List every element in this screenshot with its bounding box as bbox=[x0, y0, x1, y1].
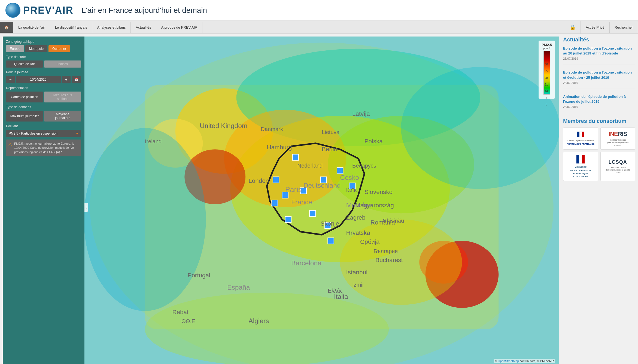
cartes-pollution-button[interactable]: Cartes de pollution bbox=[6, 92, 43, 102]
news-title-1[interactable]: Episode de pollution à l'ozone : situati… bbox=[563, 46, 635, 56]
news-item-1: Episode de pollution à l'ozone : situati… bbox=[563, 46, 635, 65]
svg-text:Србија: Србија bbox=[360, 238, 380, 245]
openstreetmap-link[interactable]: OpenStreetMap bbox=[498, 359, 519, 363]
svg-text:Lietuva: Lietuva bbox=[322, 129, 340, 135]
svg-text:Ελλάς: Ελλάς bbox=[328, 288, 343, 294]
date-calendar-button[interactable]: 📅 bbox=[72, 76, 81, 83]
svg-rect-25 bbox=[285, 216, 291, 222]
header: PREV'AIR L'air en France aujourd'hui et … bbox=[0, 0, 638, 21]
svg-text:ΘΘ.E: ΘΘ.E bbox=[181, 318, 195, 324]
svg-text:Danmark: Danmark bbox=[261, 126, 283, 132]
zone-geo-title: Zone géographique bbox=[6, 40, 81, 44]
date-plus-button[interactable]: + bbox=[62, 76, 71, 83]
svg-text:Nederland: Nederland bbox=[297, 163, 323, 169]
consortium-title: Membres du consortium bbox=[563, 118, 635, 124]
polluant-select[interactable]: PM2.5 - Particules en suspension PM10 - … bbox=[6, 130, 81, 137]
svg-text:Беларусь: Беларусь bbox=[352, 163, 376, 169]
rf-logo-text: Liberté · Égalité · Fraternité RÉPUBLIQU… bbox=[567, 139, 594, 145]
date-minus-button[interactable]: − bbox=[6, 76, 15, 83]
svg-text:Hrvatska: Hrvatska bbox=[346, 229, 370, 236]
qualite-air-button[interactable]: Qualité de l'air bbox=[6, 60, 43, 68]
max-journalier-button[interactable]: Maximum journalier bbox=[6, 111, 43, 122]
nav-analyses[interactable]: Analyses et bilans bbox=[92, 22, 131, 33]
mesures-stations-button[interactable]: Mesures aux stations bbox=[44, 92, 81, 102]
consortium-logo-ministere: MINISTÈREDE LA TRANSITIONÉCOLOGIQUEET SO… bbox=[563, 152, 598, 181]
news-date-1: 26/07/2019 bbox=[563, 57, 635, 60]
zone-geo-buttons: Europe Métropole Outremer bbox=[6, 45, 81, 52]
svg-text:Algiers: Algiers bbox=[248, 317, 269, 324]
map-toggle-button[interactable]: ‹ bbox=[84, 203, 88, 212]
legend-title: PM2.5 bbox=[541, 43, 553, 47]
svg-text:Latvija: Latvija bbox=[352, 110, 370, 117]
nav-rechercher[interactable]: Rechercher bbox=[610, 22, 638, 33]
type-carte-buttons: Qualité de l'air Indices bbox=[6, 60, 81, 68]
svg-rect-17 bbox=[293, 154, 299, 160]
type-donnees-title: Type de données bbox=[6, 105, 81, 109]
representation-title: Représentation bbox=[6, 86, 81, 90]
map-legend: PM2.5 µg/m³ 60 35 28 21 14 7 0 bbox=[539, 41, 555, 99]
ineris-logo-text: INERIS bbox=[609, 131, 627, 138]
actualites-section: Actualités Episode de pollution à l'ozon… bbox=[563, 37, 635, 113]
map-credit: © OpenStreetMap contributors, © PREV'AIR bbox=[494, 359, 555, 363]
nav-home-button[interactable]: 🏠 bbox=[0, 22, 13, 33]
lcsqa-subtitle: Laboratoire Centralde Surveillance de la… bbox=[606, 166, 630, 174]
consortium-logo-ineris: INERIS maîtriser le risquepour un dévelo… bbox=[600, 128, 636, 150]
warning-text: PM2.5, moyenne journalière, zone Europe,… bbox=[14, 142, 79, 154]
svg-text:Slovensko: Slovensko bbox=[364, 189, 393, 195]
zone-outremer-button[interactable]: Outremer bbox=[48, 45, 70, 52]
logo-globe bbox=[5, 3, 20, 18]
svg-point-15 bbox=[401, 67, 559, 189]
polluant-title: Polluant bbox=[6, 124, 81, 128]
svg-text:United Kingdom: United Kingdom bbox=[200, 122, 247, 129]
svg-text:Bucharest: Bucharest bbox=[375, 257, 403, 263]
nav-acces-prive[interactable]: Accès Privé bbox=[581, 22, 610, 33]
news-item-3: Animation de l'épisode de pollution à l'… bbox=[563, 94, 635, 113]
legend-unit: µg/m³ bbox=[541, 47, 553, 50]
indices-button[interactable]: Indices bbox=[44, 60, 81, 68]
zone-europe-button[interactable]: Europe bbox=[6, 45, 24, 52]
nav-actualites[interactable]: Actualités bbox=[131, 22, 156, 33]
svg-text:България: България bbox=[373, 248, 398, 254]
news-title-2[interactable]: Episode de pollution à l'ozone : situati… bbox=[563, 70, 635, 80]
svg-text:Barcelona: Barcelona bbox=[291, 259, 321, 267]
news-item-2: Episode de pollution à l'ozone : situati… bbox=[563, 70, 635, 89]
nav-apropos[interactable]: A propos de PREV'AIR bbox=[156, 22, 203, 33]
svg-text:Rabat: Rabat bbox=[172, 309, 189, 316]
map-container[interactable]: United Kingdom Ireland Danmark Latvija L… bbox=[84, 37, 559, 364]
svg-text:France: France bbox=[291, 198, 312, 206]
actualites-title: Actualités bbox=[563, 37, 635, 43]
zone-metropole-button[interactable]: Métropole bbox=[25, 45, 47, 52]
logo-text: PREV'AIR bbox=[23, 5, 74, 16]
news-title-3[interactable]: Animation de l'épisode de pollution à l'… bbox=[563, 94, 635, 104]
news-date-2: 25/07/2019 bbox=[563, 81, 635, 84]
nav-qualite-air[interactable]: La qualité de l'air bbox=[13, 22, 50, 33]
type-donnees-buttons: Maximum journalier Moyenne journalière bbox=[6, 111, 81, 122]
svg-text:España: España bbox=[227, 284, 250, 291]
svg-text:Київ: Київ bbox=[346, 187, 357, 193]
ministere-text: MINISTÈREDE LA TRANSITIONÉCOLOGIQUEET SO… bbox=[570, 166, 591, 178]
warning-icon: ⚠ bbox=[8, 142, 12, 147]
moyenne-journaliere-button[interactable]: Moyenne journalière bbox=[44, 111, 81, 122]
consortium-logo-lcsqa: LCSQA Laboratoire Centralde Surveillance… bbox=[600, 152, 636, 181]
svg-rect-22 bbox=[337, 168, 343, 174]
svg-text:Zagreb: Zagreb bbox=[346, 214, 366, 221]
svg-text:London: London bbox=[248, 177, 269, 184]
svg-text:Berlin: Berlin bbox=[322, 146, 337, 153]
svg-text:Skonje: Skonje bbox=[321, 220, 339, 227]
svg-text:Cesko: Cesko bbox=[340, 174, 359, 181]
svg-text:Istanbul: Istanbul bbox=[346, 269, 367, 276]
svg-text:Portugal: Portugal bbox=[187, 272, 210, 279]
date-row: − 10/04/2020 + 📅 bbox=[6, 76, 81, 83]
type-carte-title: Type de carte bbox=[6, 55, 81, 59]
map-svg: United Kingdom Ireland Danmark Latvija L… bbox=[84, 37, 559, 364]
date-display: 10/04/2020 bbox=[16, 76, 61, 83]
nav-dispositif[interactable]: Le dispositif français bbox=[50, 22, 92, 33]
svg-text:Deutschland: Deutschland bbox=[303, 182, 341, 189]
consortium-section: Membres du consortium Liberté · Égalité … bbox=[563, 118, 635, 181]
ineris-subtitle: maîtriser le risquepour un développement… bbox=[606, 139, 630, 147]
svg-text:Ireland: Ireland bbox=[145, 138, 162, 144]
svg-point-13 bbox=[145, 293, 389, 364]
journee-title: Pour la journée bbox=[6, 70, 81, 74]
nav-lock-icon: 🔒 bbox=[565, 21, 581, 34]
svg-rect-18 bbox=[273, 177, 279, 183]
